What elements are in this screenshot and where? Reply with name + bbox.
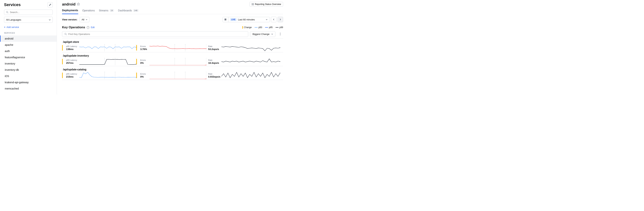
sidebar-item-memcached[interactable]: memcached: [0, 85, 57, 92]
key-ops-search[interactable]: [62, 31, 248, 37]
add-service-button[interactable]: + Add service: [0, 25, 57, 31]
sidebar-title: Services: [4, 3, 21, 7]
svg-point-43: [206, 65, 206, 65]
rate-chart: [222, 44, 280, 52]
operation-row[interactable]: /api/get-store p95 Latency 138ms Errors …: [62, 39, 283, 52]
errors-label: Errors: [140, 59, 148, 61]
svg-point-48: [115, 72, 116, 72]
tab-badge: 146: [133, 9, 138, 12]
help-icon[interactable]: ?: [87, 26, 90, 29]
legend-p95-swatch: [265, 27, 268, 28]
tab-deployments[interactable]: Deployments: [62, 9, 78, 14]
svg-point-13: [280, 34, 280, 34]
sidebar-search[interactable]: [4, 10, 53, 15]
svg-rect-8: [225, 19, 225, 21]
svg-point-29: [280, 47, 280, 48]
plus-icon: +: [4, 26, 6, 29]
pause-button[interactable]: [223, 17, 228, 22]
sidebar-item-inventory-db[interactable]: inventory-db: [0, 67, 57, 73]
operation-name: /api/get-store: [62, 41, 283, 43]
rate-label: Rate: [208, 45, 220, 47]
chevron-down-icon: [49, 19, 51, 21]
sidebar-item-android[interactable]: android: [0, 36, 57, 42]
language-select-label: All Languages: [6, 18, 21, 21]
operation-row[interactable]: /api/update-catalog p95 Latency 215ms Er…: [62, 66, 283, 80]
svg-point-58: [206, 79, 206, 79]
time-range-value: Last 60 minutes: [238, 18, 255, 21]
operations-list: /api/get-store p95 Latency 138ms Errors …: [62, 38, 283, 80]
list-icon: [252, 3, 254, 5]
change-indicator: [136, 45, 137, 51]
svg-point-38: [174, 58, 175, 59]
reporting-status-label: Reporting Status Overview: [255, 3, 281, 6]
key-operations-title: Key Operations: [62, 26, 85, 29]
tab-badge: 19: [110, 9, 114, 12]
sidebar-item-iOS[interactable]: iOS: [0, 73, 57, 79]
legend-p99-label: p99: [280, 26, 283, 29]
more-options-button[interactable]: [277, 31, 283, 37]
legend-p99-swatch: [276, 27, 278, 28]
svg-point-57: [206, 72, 206, 72]
latency-label: p95 Latency: [66, 45, 78, 47]
chevron-down-icon: [86, 19, 88, 20]
svg-point-10: [65, 33, 66, 35]
legend-p95-label: p95: [269, 26, 272, 29]
svg-point-31: [104, 58, 105, 59]
collapse-sidebar-button[interactable]: [48, 2, 53, 7]
key-ops-search-input[interactable]: [68, 33, 246, 36]
sidebar-item-inventory[interactable]: inventory: [0, 61, 57, 67]
change-indicator: [62, 73, 63, 78]
tab-label: Dashboards: [118, 9, 132, 12]
tab-operations[interactable]: Operations: [82, 9, 95, 14]
tab-label: Deployments: [62, 9, 78, 12]
sidebar-item-apache[interactable]: apache: [0, 42, 57, 48]
latency-chart: [79, 44, 136, 52]
page-title: android: [62, 2, 76, 7]
add-service-label: Add service: [6, 26, 19, 29]
latency-value: 257ms: [66, 62, 78, 64]
chevron-down-icon: [271, 34, 273, 35]
svg-line-11: [66, 34, 67, 35]
svg-point-0: [6, 12, 8, 13]
language-select[interactable]: All Languages: [4, 17, 53, 23]
version-select[interactable]: All: [80, 17, 90, 22]
svg-point-25: [185, 44, 186, 45]
tab-dashboards[interactable]: Dashboards146: [118, 9, 138, 14]
operation-row[interactable]: /api/update-inventory p99 Latency 257ms …: [62, 52, 283, 66]
live-badge: LIVE: [230, 18, 236, 21]
favorite-button[interactable]: [77, 3, 80, 6]
sort-select[interactable]: Biggest Change: [250, 31, 275, 37]
edit-key-ops-link[interactable]: Edit: [91, 26, 95, 29]
tab-streams[interactable]: Streams19: [99, 9, 114, 14]
latency-value: 215ms: [66, 75, 78, 78]
svg-point-14: [280, 35, 280, 35]
sidebar-item-auth[interactable]: auth: [0, 48, 57, 54]
sidebar-item-krakend-api-gateway[interactable]: krakend-api-gateway: [0, 79, 57, 85]
sidebar-search-input[interactable]: [10, 11, 51, 14]
sidebar: Services All Languages + Add service SER…: [0, 0, 57, 94]
rate-chart: [222, 58, 280, 65]
svg-point-42: [206, 58, 206, 59]
svg-point-40: [185, 58, 186, 59]
service-list: androidapacheauthfeatureflagserviceinven…: [0, 36, 57, 92]
svg-point-27: [206, 44, 206, 45]
time-next-button[interactable]: [278, 17, 283, 22]
rate-label: Rate: [208, 59, 220, 61]
legend-change-label: Change: [244, 26, 252, 29]
latency-label: p99 Latency: [66, 59, 78, 61]
errors-chart: [150, 44, 206, 52]
time-prev-button[interactable]: [271, 17, 276, 22]
search-icon: [64, 33, 67, 35]
svg-point-35: [136, 58, 136, 59]
errors-chart: [150, 58, 206, 65]
time-range-select[interactable]: LIVE Last 60 minutes: [228, 17, 270, 22]
svg-point-53: [174, 72, 175, 72]
svg-point-33: [115, 58, 116, 59]
errors-value: 0%: [140, 75, 148, 78]
legend-p50-label: p50: [258, 26, 262, 29]
change-indicator: [136, 73, 137, 78]
rate-value: 18.3ops/s: [208, 62, 220, 64]
sidebar-item-featureflagservice[interactable]: featureflagservice: [0, 54, 57, 61]
latency-chart: [79, 58, 136, 65]
reporting-status-button[interactable]: Reporting Status Overview: [250, 2, 283, 7]
